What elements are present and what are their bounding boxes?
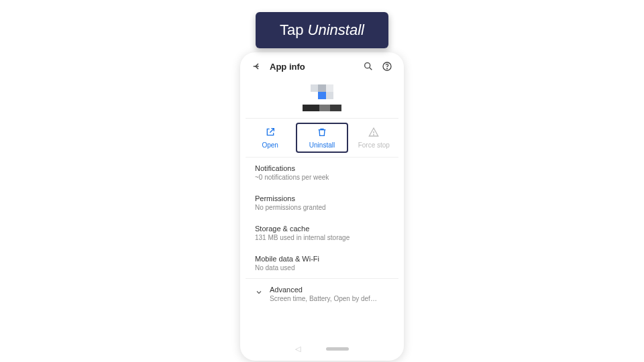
row-sub: No permissions granted (255, 204, 389, 211)
row-label: Storage & cache (255, 225, 389, 233)
row-advanced[interactable]: Advanced Screen time, Battery, Open by d… (246, 278, 398, 309)
nav-home-icon[interactable] (326, 347, 349, 351)
back-icon[interactable] (251, 60, 263, 72)
instruction-banner: Tap Uninstall (256, 12, 388, 48)
row-label: Permissions (255, 194, 389, 202)
force-stop-label: Force stop (358, 141, 390, 149)
uninstall-label: Uninstall (309, 141, 335, 149)
row-label: Notifications (255, 164, 389, 172)
advanced-sub: Screen time, Battery, Open by default, S… (270, 295, 377, 302)
app-icon (311, 84, 333, 99)
android-nav-bar: ◁ (246, 342, 398, 355)
search-icon[interactable] (362, 60, 374, 72)
row-storage[interactable]: Storage & cache 131 MB used in internal … (246, 218, 398, 248)
row-permissions[interactable]: Permissions No permissions granted (246, 188, 398, 218)
force-stop-button: Force stop (350, 124, 398, 152)
row-sub: 131 MB used in internal storage (255, 234, 389, 241)
instruction-prefix: Tap (280, 21, 308, 38)
instruction-emphasis: Uninstall (308, 21, 364, 38)
page-title: App info (270, 62, 356, 72)
phone-frame: App info Open (240, 52, 404, 361)
warning-icon (368, 127, 379, 139)
open-label: Open (262, 141, 278, 149)
trash-icon (317, 127, 327, 139)
open-button[interactable]: Open (246, 124, 294, 152)
open-in-new-icon (265, 127, 276, 139)
advanced-label: Advanced (270, 286, 377, 294)
screen: App info Open (246, 58, 398, 355)
settings-list: Notifications ~0 notifications per week … (246, 158, 398, 342)
svg-point-2 (387, 68, 388, 69)
app-name-redacted (303, 105, 341, 111)
topbar: App info (246, 58, 398, 76)
row-label: Mobile data & Wi-Fi (255, 255, 389, 263)
nav-back-icon[interactable]: ◁ (295, 345, 301, 353)
app-header (246, 76, 398, 119)
row-notifications[interactable]: Notifications ~0 notifications per week (246, 158, 398, 188)
uninstall-button[interactable]: Uninstall (296, 123, 347, 153)
chevron-down-icon (255, 287, 263, 299)
row-sub: ~0 notifications per week (255, 174, 389, 181)
svg-point-0 (365, 63, 370, 68)
help-icon[interactable] (381, 60, 393, 72)
action-row: Open Uninstall Force stop (246, 119, 398, 158)
svg-point-3 (374, 135, 374, 135)
row-sub: No data used (255, 264, 389, 272)
row-mobile-data[interactable]: Mobile data & Wi-Fi No data used (246, 248, 398, 278)
